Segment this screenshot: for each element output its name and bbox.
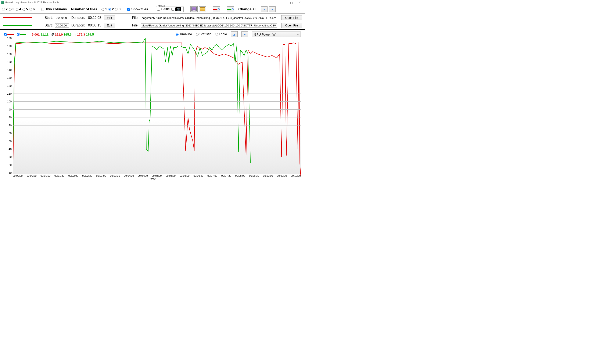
chart-controls: ↓ 5,061 21,11 Ø 161,0 165,3 ↑ 175,3 179,… [0, 30, 305, 37]
x-tick-label: 00:10:00 [291, 174, 301, 177]
two-columns-checkbox[interactable]: Two columns [41, 7, 67, 11]
stat-min: ↓ 5,061 21,11 [29, 33, 49, 36]
duration-label: Duration: [71, 16, 85, 20]
x-tick-label: 00:04:30 [138, 174, 148, 177]
change-all-label: Change all [238, 7, 257, 12]
titlebar: Generic Log Viewer 6.4 - © 2022 Thomas B… [0, 0, 305, 5]
modes-legend: Modes [157, 5, 165, 7]
folder-icon [200, 7, 205, 11]
stat-avg: Ø 161,0 165,3 [52, 33, 72, 36]
x-tick-label: 00:06:30 [194, 174, 203, 177]
view-timeline[interactable]: Timeline [176, 32, 192, 36]
count-4[interactable]: 4 [16, 7, 21, 11]
maximize-button[interactable]: ▢ [287, 1, 296, 4]
minimize-button[interactable]: — [279, 1, 287, 4]
chevron-down-icon: ▾ [297, 32, 299, 36]
file-row-2: Start: Duration: Edit File: Open File [0, 22, 305, 29]
count-6[interactable]: 6 [29, 7, 35, 11]
view-statistic[interactable]: Statistic [196, 32, 211, 36]
open-folder-button[interactable] [199, 6, 206, 12]
x-tick-label: 00:03:00 [96, 174, 106, 177]
start-input-1[interactable] [55, 16, 69, 20]
x-tick-label: 00:08:00 [235, 174, 245, 177]
disk-icon [191, 7, 197, 12]
file-path-1[interactable] [141, 16, 277, 20]
x-axis-title: Time [4, 177, 301, 181]
open-file-button-2[interactable]: Open File [281, 23, 302, 28]
file-row-1: Start: Duration: Edit File: Open File [0, 14, 305, 22]
chart-plot[interactable]: 1020304050607080901001101201301401501601… [13, 38, 301, 174]
series-color-1 [3, 17, 32, 18]
file-rows: Start: Duration: Edit File: Open File St… [0, 14, 305, 30]
window-title: Generic Log Viewer 6.4 - © 2022 Thomas B… [5, 1, 59, 4]
show-files-checkbox[interactable]: Show files [127, 7, 148, 11]
numfiles-3[interactable]: 3 [115, 7, 121, 11]
x-tick-label: 00:07:30 [221, 174, 231, 177]
metric-up-button[interactable]: ▲ [231, 31, 238, 37]
count-2[interactable]: 2 [2, 7, 8, 11]
x-tick-label: 00:06:00 [180, 174, 190, 177]
refresh-green-button[interactable]: ⟳ [227, 6, 234, 12]
x-tick-label: 00:05:00 [152, 174, 162, 177]
refresh-icon: ⟳ [217, 7, 220, 11]
main-toolbar: 2 3 4 5 6 Two columns Number of files 1 … [0, 5, 305, 14]
y-axis [4, 38, 13, 174]
edit-button-2[interactable]: Edit [104, 23, 115, 28]
count-5[interactable]: 5 [22, 7, 28, 11]
x-tick-label: 00:01:30 [54, 174, 64, 177]
red-dash-icon [213, 9, 217, 10]
duration-value-1 [87, 15, 102, 20]
metric-value: GPU Power [W] [254, 33, 276, 36]
modes-group: Modes Selfie 📷 [156, 7, 184, 12]
metric-dropdown[interactable]: GPU Power [W] ▾ [252, 32, 301, 37]
series-color-2 [3, 25, 32, 26]
x-tick-label: 00:03:30 [110, 174, 120, 177]
file-label: File: [132, 24, 138, 27]
metric-down-button[interactable]: ▼ [242, 31, 248, 37]
x-tick-label: 00:00:00 [13, 174, 23, 177]
file-path-2[interactable] [141, 23, 277, 28]
open-file-button-1[interactable]: Open File [281, 15, 302, 20]
start-input-2[interactable] [55, 23, 69, 28]
x-tick-label: 00:08:30 [249, 174, 259, 177]
x-tick-label: 00:01:00 [41, 174, 50, 177]
app-icon [1, 1, 4, 4]
x-tick-label: 00:09:00 [263, 174, 273, 177]
view-triple[interactable]: Triple [215, 32, 227, 36]
x-tick-label: 00:09:30 [277, 174, 287, 177]
camera-checkbox[interactable]: 📷 [171, 7, 181, 11]
edit-button-1[interactable]: Edit [104, 15, 115, 20]
num-files-label: Number of files [71, 7, 97, 12]
file-label: File: [132, 16, 138, 20]
x-tick-label: 00:02:30 [82, 174, 92, 177]
x-tick-label: 00:00:30 [27, 174, 37, 177]
x-tick-label: 00:05:30 [166, 174, 176, 177]
selfie-checkbox[interactable]: Selfie [157, 7, 170, 11]
x-tick-label: 00:04:00 [124, 174, 134, 177]
series-toggle-2[interactable] [17, 33, 26, 36]
green-dash-icon [227, 9, 231, 10]
camera-icon: 📷 [175, 7, 181, 11]
duration-label: Duration: [71, 24, 85, 27]
move-down-button[interactable]: ▼ [269, 6, 276, 12]
series-toggle-1[interactable] [4, 33, 14, 36]
x-axis-labels: 00:00:0000:00:3000:01:0000:01:3000:02:00… [13, 174, 301, 177]
start-label: Start: [45, 24, 53, 27]
count-3[interactable]: 3 [9, 7, 14, 11]
chart-svg [13, 38, 301, 174]
x-tick-label: 00:07:00 [207, 174, 217, 177]
duration-value-2 [87, 23, 102, 28]
refresh-icon: ⟳ [231, 7, 234, 11]
chart-area: 1020304050607080901001101201301401501601… [0, 37, 305, 182]
start-label: Start: [45, 16, 53, 20]
numfiles-1[interactable]: 1 [101, 7, 107, 11]
refresh-red-button[interactable]: ⟳ [213, 6, 220, 12]
close-button[interactable]: ✕ [296, 1, 304, 4]
numfiles-2[interactable]: 2 [108, 7, 114, 11]
stat-max: ↑ 175,3 179,5 [75, 33, 94, 36]
x-tick-label: 00:02:00 [68, 174, 78, 177]
move-up-button[interactable]: ▲ [261, 6, 268, 12]
save-button[interactable] [190, 6, 198, 12]
